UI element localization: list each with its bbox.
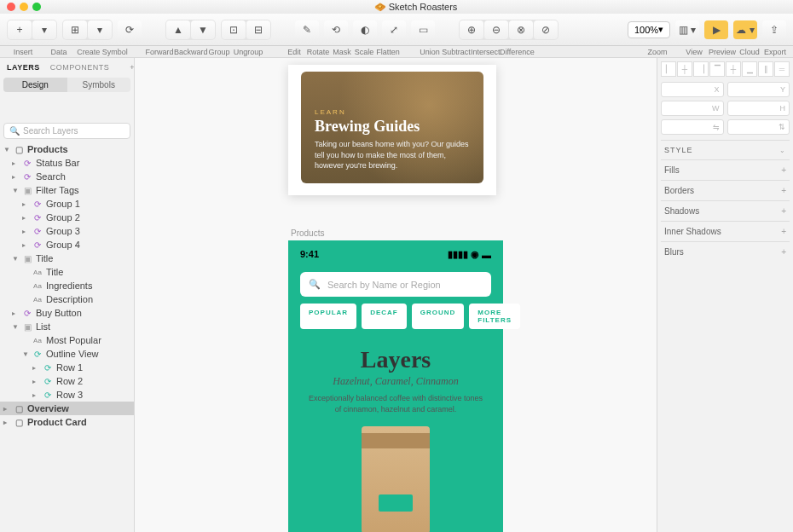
close-window-button[interactable] (7, 3, 15, 11)
filter-more[interactable]: MORE FILTERS (469, 304, 520, 329)
inner-shadows-section[interactable]: Inner Shadows+ (661, 221, 790, 241)
layer-group2[interactable]: ▸⟳Group 2 (0, 211, 134, 224)
inspector-panel: ▏ ┼ ▕ ▔ ┼ ▁ ‖ ═ X Y W H ⇋ ⇅ STYLE⌄ Fills… (657, 58, 793, 532)
layer-overview[interactable]: ▸▢Overview (0, 402, 134, 415)
maximize-window-button[interactable] (32, 3, 41, 11)
artboard-products[interactable]: 9:41 ▮▮▮▮ ◉ ▬ 🔍 Search by Name or Region… (288, 240, 503, 532)
device-status-bar: 9:41 ▮▮▮▮ ◉ ▬ (288, 240, 503, 265)
layer-title-text[interactable]: AaTitle (0, 265, 134, 279)
align-vcenter-button[interactable]: ┼ (726, 61, 741, 77)
align-bottom-button[interactable]: ▁ (742, 61, 757, 77)
group-button[interactable]: ⊡ (222, 20, 246, 39)
layers-tree: ▼▢Products ▸⟳Status Bar ▸⟳Search ▼▣Filte… (0, 142, 134, 532)
layer-outline-view[interactable]: ▼⟳Outline View (0, 347, 134, 361)
layer-group3[interactable]: ▸⟳Group 3 (0, 224, 134, 238)
layer-filter-tags[interactable]: ▼▣Filter Tags (0, 183, 134, 197)
layer-products[interactable]: ▼▢Products (0, 142, 134, 156)
minimize-window-button[interactable] (20, 3, 28, 11)
layer-group1[interactable]: ▸⟳Group 1 (0, 197, 134, 211)
zoom-field[interactable]: 100% ▾ (628, 21, 670, 38)
layer-product-card[interactable]: ▸▢Product Card (0, 415, 134, 429)
cloud-button[interactable]: ☁ ▾ (733, 20, 757, 39)
insert-button[interactable]: + (8, 20, 32, 39)
brew-tag: LEARN (315, 108, 470, 116)
distribute-h-button[interactable]: ‖ (758, 61, 773, 77)
tab-components[interactable]: COMPONENTS (50, 63, 110, 72)
align-right-button[interactable]: ▕ (693, 61, 709, 77)
style-section[interactable]: STYLE⌄ (661, 140, 790, 159)
toolbar: + ▾ ⊞ ▾ ⟳ ▲ ▼ ⊡ ⊟ ✎ ⟲ ◐ ⤢ ▭ ⊕ ⊖ ⊗ ⊘ 100%… (0, 14, 793, 46)
create-symbol-button[interactable]: ⟳ (118, 20, 142, 39)
add-shadow-icon[interactable]: + (781, 206, 786, 216)
canvas[interactable]: LEARN Brewing Guides Taking our beans ho… (135, 58, 657, 532)
subtract-button[interactable]: ⊖ (484, 20, 508, 39)
mask-button[interactable]: ◐ (353, 20, 377, 39)
filter-tags: POPULAR DECAF GROUND MORE FILTERS (288, 304, 503, 329)
seg-symbols[interactable]: Symbols (67, 78, 131, 92)
layer-ingredients[interactable]: AaIngredients (0, 279, 134, 292)
borders-section[interactable]: Borders+ (661, 180, 790, 200)
filter-popular[interactable]: POPULAR (300, 304, 356, 329)
flip-h-button[interactable]: ⇋ (661, 119, 724, 135)
seg-design[interactable]: Design (3, 78, 67, 92)
symbol-icon: ⟳ (21, 308, 33, 318)
align-top-button[interactable]: ▔ (709, 61, 725, 77)
layer-description[interactable]: AaDescription (0, 292, 134, 306)
add-border-icon[interactable]: + (781, 186, 786, 195)
distribute-v-button[interactable]: ═ (774, 61, 790, 77)
layer-group4[interactable]: ▸⟳Group 4 (0, 238, 134, 252)
layer-title-group[interactable]: ▼▣Title (0, 252, 134, 265)
symbol-icon: ⟳ (32, 226, 43, 236)
layer-search[interactable]: ▸⟳Search (0, 170, 134, 183)
align-left-button[interactable]: ▏ (661, 61, 676, 77)
shadows-section[interactable]: Shadows+ (661, 200, 790, 221)
data-dropdown[interactable]: ▾ (88, 20, 112, 39)
w-field[interactable]: W (661, 101, 724, 116)
align-hcenter-button[interactable]: ┼ (677, 61, 692, 77)
preview-button[interactable]: ▶ (704, 20, 728, 39)
layer-most-popular[interactable]: AaMost Popular (0, 333, 134, 347)
add-inner-shadow-icon[interactable]: + (781, 227, 786, 236)
symbol-icon: ⟳ (21, 171, 33, 182)
h-field[interactable]: H (727, 101, 790, 116)
fills-section[interactable]: Fills+ (661, 159, 790, 180)
layer-list[interactable]: ▼▣List (0, 320, 134, 333)
artboard-card[interactable]: LEARN Brewing Guides Taking our beans ho… (288, 65, 496, 195)
brew-description: Taking our beans home with you? Our guid… (315, 139, 470, 171)
add-blur-icon[interactable]: + (781, 247, 786, 257)
view-button[interactable]: ▥ ▾ (675, 20, 699, 39)
y-field[interactable]: Y (727, 82, 790, 97)
layer-buy-button[interactable]: ▸⟳Buy Button (0, 306, 134, 320)
layer-row3[interactable]: ▸⟳Row 3 (0, 388, 134, 402)
folder-icon: ▣ (21, 253, 33, 263)
union-button[interactable]: ⊕ (460, 20, 483, 39)
scale-button[interactable]: ⤢ (382, 20, 406, 39)
intersect-button[interactable]: ⊗ (509, 20, 533, 39)
filter-ground[interactable]: GROUND (412, 304, 465, 329)
forward-button[interactable]: ▲ (166, 20, 190, 39)
flatten-button[interactable]: ▭ (411, 20, 435, 39)
artboard-label-products[interactable]: Products (291, 228, 324, 238)
blurs-section[interactable]: Blurs+ (661, 241, 790, 262)
insert-dropdown[interactable]: ▾ (32, 20, 56, 39)
rotate-button[interactable]: ⟲ (324, 20, 348, 39)
layer-status-bar[interactable]: ▸⟳Status Bar (0, 156, 134, 170)
data-button[interactable]: ⊞ (63, 20, 87, 39)
product-search-input[interactable]: 🔍 Search by Name or Region (300, 272, 491, 297)
add-fill-icon[interactable]: + (781, 165, 786, 175)
export-button[interactable]: ⇪ (762, 20, 786, 39)
filter-decaf[interactable]: DECAF (362, 304, 407, 329)
ungroup-button[interactable]: ⊟ (246, 20, 270, 39)
edit-button[interactable]: ✎ (295, 20, 319, 39)
layer-row1[interactable]: ▸⟳Row 1 (0, 361, 134, 374)
search-layers-input[interactable]: 🔍 Search Layers (3, 123, 130, 139)
tab-layers[interactable]: LAYERS (7, 63, 40, 72)
symbol-icon: ⟳ (42, 376, 54, 386)
layer-row2[interactable]: ▸⟳Row 2 (0, 374, 134, 388)
x-field[interactable]: X (661, 82, 724, 97)
backward-button[interactable]: ▼ (191, 20, 215, 39)
flip-v-button[interactable]: ⇅ (727, 119, 790, 135)
signal-icon: ▮▮▮▮ (448, 249, 468, 260)
difference-button[interactable]: ⊘ (534, 20, 558, 39)
symbol-icon: ⟳ (32, 240, 43, 250)
